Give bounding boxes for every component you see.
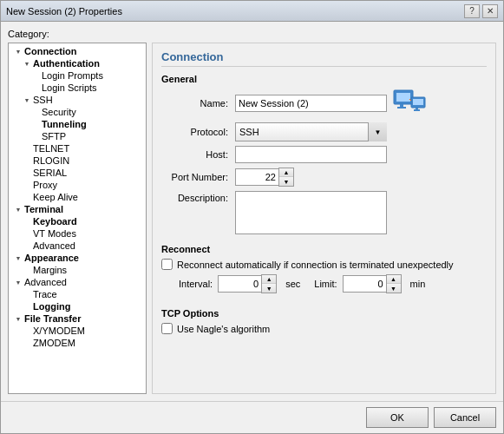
tree-item-vt-modes[interactable]: VT Modes [9,227,146,240]
tree-item-security[interactable]: Security [9,106,146,118]
tree-item-tunneling[interactable]: Tunneling [9,118,146,130]
tree-item-label: Terminal [24,204,63,214]
tree-item-label: Keep Alive [33,192,78,202]
tree-item-proxy[interactable]: Proxy [9,179,146,191]
tree-item-terminal[interactable]: ▼Terminal [9,203,146,215]
tree-item-sftp[interactable]: SFTP [9,130,146,142]
tree-item-keyboard[interactable]: Keyboard [9,215,146,227]
tree-item-advanced-terminal[interactable]: Advanced [9,240,146,252]
tree-expander: ▼ [12,255,24,261]
limit-spinner: ▲ ▼ [343,274,402,293]
tree-item-ssh[interactable]: ▼SSH [9,94,146,106]
window-title: New Session (2) Properties [6,6,122,16]
tree-item-keep-alive[interactable]: Keep Alive [9,191,146,203]
tree-item-advanced[interactable]: ▼Advanced [9,276,146,288]
tree-item-label: Margins [33,265,67,275]
tree-item-margins[interactable]: Margins [9,264,146,276]
tree-item-appearance[interactable]: ▼Appearance [9,252,146,264]
port-spin-up[interactable]: ▲ [279,168,293,177]
cancel-button[interactable]: Cancel [434,407,496,428]
tree-item-trace[interactable]: Trace [9,288,146,300]
title-bar-buttons: ? ✕ [464,4,498,18]
tree-item-label: Logging [33,301,70,312]
tree-item-label: Proxy [33,180,57,190]
tree-item-login-prompts[interactable]: Login Prompts [9,69,146,82]
description-input-wrap [235,191,487,234]
host-label: Host: [161,149,235,160]
properties-window: New Session (2) Properties ? ✕ Category:… [0,0,504,434]
protocol-label: Protocol: [161,127,235,137]
tree-item-label: Advanced [33,240,75,251]
tree-item-label: Advanced [24,277,67,287]
tree-item-serial[interactable]: SERIAL [9,167,146,179]
category-label: Category: [8,29,496,39]
port-input[interactable] [235,168,278,186]
tree-item-login-scripts[interactable]: Login Scripts [9,82,146,94]
tree-item-label: SSH [33,95,53,105]
name-input[interactable] [235,95,387,112]
svg-rect-2 [400,104,403,107]
help-button[interactable]: ? [464,4,480,18]
tree-item-zmodem[interactable]: ZMODEM [9,337,146,349]
limit-spin-down[interactable]: ▼ [387,284,401,293]
interval-spinner-buttons: ▲ ▼ [261,274,277,293]
tree-item-xymodem[interactable]: X/YMODEM [9,325,146,337]
nagle-checkbox[interactable] [161,323,173,334]
limit-spin-up[interactable]: ▲ [387,275,401,284]
general-title: General [161,74,487,84]
tree-expander: ▼ [12,279,24,286]
tree-item-label: SFTP [42,131,66,141]
tree-item-logging[interactable]: Logging [9,300,146,312]
reconnect-section: Reconnect Reconnect automatically if con… [161,244,487,298]
tree-item-label: Appearance [24,253,79,263]
name-label: Name: [161,98,235,108]
protocol-row: Protocol: SSH TELNET RLOGIN SERIAL ▼ [161,122,487,141]
tree-item-label: SERIAL [33,168,67,178]
window-content: Category: ▼Connection▼AuthenticationLogi… [1,22,503,401]
tree-item-authentication[interactable]: ▼Authentication [9,57,146,69]
reconnect-checkbox[interactable] [161,259,173,270]
ok-button[interactable]: OK [366,407,429,428]
svg-rect-3 [397,107,406,108]
tree-item-rlogin[interactable]: RLOGIN [9,155,146,167]
interval-spin-up[interactable]: ▲ [262,275,276,284]
limit-input[interactable] [343,275,386,293]
reconnect-checkbox-row: Reconnect automatically if connection is… [161,259,487,270]
description-row: Description: [161,191,487,234]
svg-rect-5 [413,99,423,105]
close-button[interactable]: ✕ [482,4,498,18]
description-input[interactable] [235,191,387,234]
tree-item-connection[interactable]: ▼Connection [9,45,146,57]
tree-item-telnet[interactable]: TELNET [9,142,146,155]
protocol-select-wrap: SSH TELNET RLOGIN SERIAL ▼ [235,122,487,141]
tree-item-label: RLOGIN [33,155,69,166]
interval-label: Interval: [179,279,213,289]
section-title: Connection [161,50,487,67]
tcp-section: TCP Options Use Nagle's algorithm [161,308,487,339]
nagle-label: Use Nagle's algorithm [177,324,270,334]
tree-expander: ▼ [12,49,24,55]
host-input[interactable] [235,146,387,163]
interval-spinner: ▲ ▼ [218,274,277,293]
tree-expander: ▼ [12,316,24,322]
name-row: Name: [161,89,487,118]
tree-item-file-transfer[interactable]: ▼File Transfer [9,312,146,325]
limit-unit: min [410,279,426,289]
interval-spin-down[interactable]: ▼ [262,284,276,293]
tcp-title: TCP Options [161,308,487,319]
tree-item-label: File Transfer [24,313,81,324]
interval-input[interactable] [218,275,261,293]
limit-spinner-buttons: ▲ ▼ [386,274,402,293]
port-spinner-buttons: ▲ ▼ [278,168,294,187]
tree-item-label: Login Scripts [42,82,97,93]
title-bar: New Session (2) Properties ? ✕ [1,1,503,22]
network-icon [392,89,427,118]
reconnect-title: Reconnect [161,244,487,254]
port-input-wrap: ▲ ▼ [235,168,487,187]
port-spin-down[interactable]: ▼ [279,177,293,186]
protocol-select[interactable]: SSH TELNET RLOGIN SERIAL [235,122,387,141]
svg-rect-6 [416,108,418,109]
footer: OK Cancel [1,401,503,433]
name-input-wrap [235,89,487,118]
tree-panel[interactable]: ▼Connection▼AuthenticationLogin PromptsL… [8,43,147,394]
